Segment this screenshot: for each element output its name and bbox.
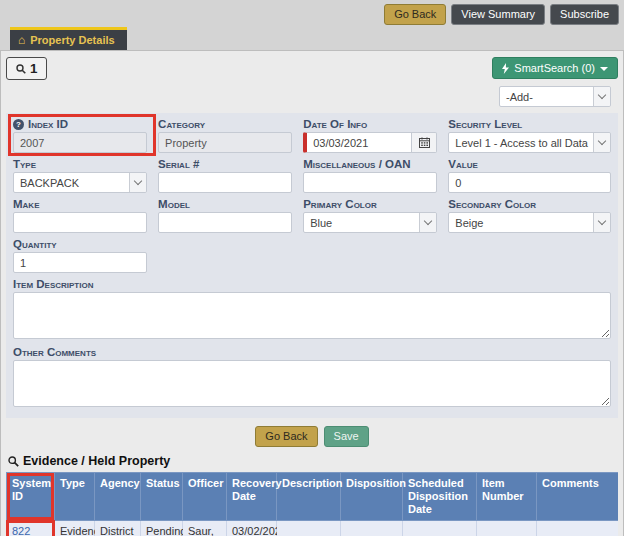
security-level-select[interactable]: Level 1 - Access to all Data xyxy=(448,132,611,153)
house-icon: ⌂ xyxy=(18,35,25,45)
col-type[interactable]: Type xyxy=(55,473,95,521)
model-label: Model xyxy=(158,198,292,210)
cell-recovery-date: 03/02/2021 1603 xyxy=(227,521,277,536)
cell-agency: District 42, Versailles xyxy=(95,521,141,536)
other-comments-textarea[interactable] xyxy=(13,360,611,407)
serial-input[interactable] xyxy=(158,172,292,193)
go-back-button-top[interactable]: Go Back xyxy=(384,4,446,25)
field-other-comments: Other Comments xyxy=(13,346,611,409)
secondary-color-value: Beige xyxy=(455,217,483,229)
field-value: Value xyxy=(448,158,611,193)
save-button[interactable]: Save xyxy=(324,426,369,447)
form-action-buttons: Go Back Save xyxy=(6,426,618,447)
field-item-description: Item Description xyxy=(13,278,611,341)
col-comments[interactable]: Comments xyxy=(537,473,619,521)
chevron-down-icon xyxy=(593,87,610,106)
chevron-down-icon xyxy=(600,67,608,71)
index-id-label: Index ID xyxy=(28,118,68,130)
magnifier-icon xyxy=(8,456,19,467)
category-label: Category xyxy=(158,118,292,130)
tab-property-details[interactable]: ⌂ Property Details xyxy=(10,27,127,50)
field-date-of-info: Date Of Info xyxy=(303,118,437,153)
field-secondary-color: Secondary Color Beige xyxy=(448,198,611,233)
date-of-info-input[interactable] xyxy=(303,132,412,153)
evidence-table-wrapper: System ID Type Agency Status Officer Rec… xyxy=(6,472,618,536)
view-summary-button[interactable]: View Summary xyxy=(451,4,545,25)
quantity-input[interactable] xyxy=(13,252,147,273)
calendar-icon[interactable] xyxy=(412,132,437,153)
col-disposition[interactable]: Disposition xyxy=(341,473,403,521)
type-value: BACKPACK xyxy=(20,177,79,189)
chevron-down-icon xyxy=(129,173,146,192)
category-input xyxy=(158,132,292,153)
cell-officer: Saur, Christine, ID# SAUR111 xyxy=(183,521,227,536)
field-index-id: ? Index ID xyxy=(13,118,147,153)
smartsearch-label: SmartSearch (0) xyxy=(514,62,595,74)
go-back-button-bottom[interactable]: Go Back xyxy=(255,426,317,447)
cell-type: Evidence xyxy=(55,521,95,536)
secondary-color-select[interactable]: Beige xyxy=(448,212,611,233)
security-level-label: Security Level xyxy=(448,118,611,130)
field-misc-oan: Miscellaneous / OAN xyxy=(303,158,437,193)
col-recovery-date[interactable]: Recovery Date xyxy=(227,473,277,521)
item-description-textarea[interactable] xyxy=(13,292,611,339)
make-input[interactable] xyxy=(13,212,147,233)
magnifier-icon xyxy=(16,64,26,74)
record-zoom-button[interactable]: 1 xyxy=(6,57,47,80)
lightning-bolt-icon xyxy=(502,63,509,74)
value-input[interactable] xyxy=(448,172,611,193)
subscribe-button[interactable]: Subscribe xyxy=(550,4,619,25)
secondary-color-label: Secondary Color xyxy=(448,198,611,210)
security-level-value: Level 1 - Access to all Data xyxy=(455,137,588,149)
field-category: Category xyxy=(158,118,292,153)
system-id-link[interactable]: 822 xyxy=(12,525,30,536)
serial-label: Serial # xyxy=(158,158,292,170)
item-description-label: Item Description xyxy=(13,278,611,290)
question-circle-icon[interactable]: ? xyxy=(13,119,24,130)
primary-color-select[interactable]: Blue xyxy=(303,212,437,233)
cell-item-number xyxy=(477,521,537,536)
col-scheduled-disposition-date[interactable]: Scheduled Disposition Date xyxy=(403,473,477,521)
col-item-number[interactable]: Item Number xyxy=(477,473,537,521)
type-label: Type xyxy=(13,158,147,170)
col-description[interactable]: Description xyxy=(277,473,341,521)
col-status[interactable]: Status xyxy=(141,473,183,521)
value-label: Value xyxy=(448,158,611,170)
model-input[interactable] xyxy=(158,212,292,233)
chevron-down-icon xyxy=(593,133,610,152)
property-form: ? Index ID Category Date Of Info xyxy=(6,113,618,418)
tab-row: ⌂ Property Details xyxy=(0,27,624,50)
top-button-bar: Go Back View Summary Subscribe xyxy=(0,0,624,27)
field-security-level: Security Level Level 1 - Access to all D… xyxy=(448,118,611,153)
evidence-header-row: System ID Type Agency Status Officer Rec… xyxy=(7,473,619,521)
property-details-panel: 1 SmartSearch (0) -Add- ? Index ID xyxy=(0,50,624,536)
smartsearch-button[interactable]: SmartSearch (0) xyxy=(492,57,618,79)
col-officer[interactable]: Officer xyxy=(183,473,227,521)
chevron-down-icon xyxy=(419,213,436,232)
quantity-label: Quantity xyxy=(13,238,147,250)
cell-system-id: 822 xyxy=(7,521,55,536)
cell-status: Pending Check-In xyxy=(141,521,183,536)
add-dropdown-value: -Add- xyxy=(506,91,533,103)
field-quantity: Quantity xyxy=(13,238,147,273)
evidence-table: System ID Type Agency Status Officer Rec… xyxy=(6,472,618,536)
add-dropdown[interactable]: -Add- xyxy=(499,86,611,107)
evidence-row: 822 Evidence District 42, Versailles Pen… xyxy=(7,521,619,536)
type-select[interactable]: BACKPACK xyxy=(13,172,147,193)
col-system-id[interactable]: System ID xyxy=(7,473,55,521)
evidence-section-title: Evidence / Held Property xyxy=(8,454,618,468)
field-type: Type BACKPACK xyxy=(13,158,147,193)
field-make: Make xyxy=(13,198,147,233)
cell-disposition xyxy=(341,521,403,536)
misc-oan-input[interactable] xyxy=(303,172,437,193)
date-of-info-label: Date Of Info xyxy=(303,118,437,130)
field-primary-color: Primary Color Blue xyxy=(303,198,437,233)
make-label: Make xyxy=(13,198,147,210)
misc-oan-label: Miscellaneous / OAN xyxy=(303,158,437,170)
field-model: Model xyxy=(158,198,292,233)
col-agency[interactable]: Agency xyxy=(95,473,141,521)
add-dropdown-row: -Add- xyxy=(6,86,611,107)
cell-comments xyxy=(537,521,619,536)
cell-scheduled-disposition-date xyxy=(403,521,477,536)
primary-color-label: Primary Color xyxy=(303,198,437,210)
